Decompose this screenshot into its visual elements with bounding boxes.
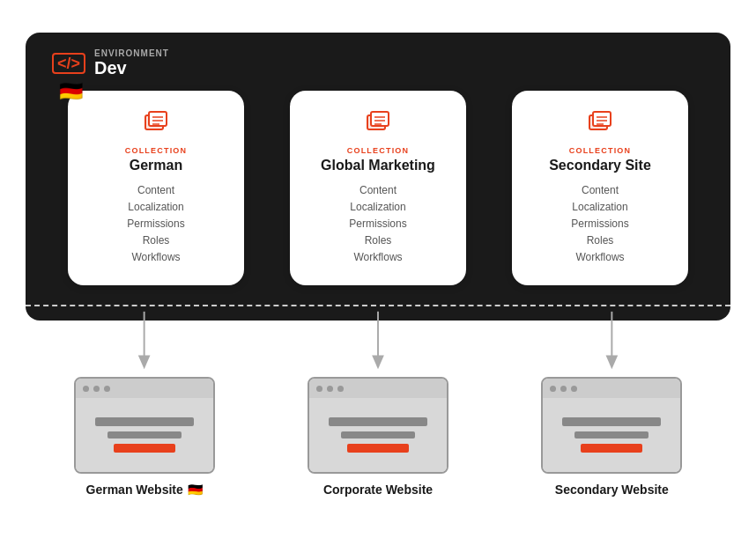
list-item: Content <box>127 182 184 199</box>
collection-card-secondary: COLLECTION Secondary Site Content Locali… <box>512 91 688 286</box>
website-col-german: German Website 🇩🇪 <box>48 377 241 497</box>
list-item: Roles <box>127 232 184 249</box>
collection-card-global: COLLECTION Global Marketing Content Loca… <box>290 91 466 286</box>
diagram-container: </> ENVIRONMENT Dev 🇩🇪 <box>17 15 739 524</box>
list-item: Permissions <box>571 216 628 232</box>
collection-name-german: German <box>130 158 182 173</box>
collection-name-secondary: Secondary Site <box>549 158 651 173</box>
collection-label-german: COLLECTION <box>125 146 188 155</box>
browser-mockup-german <box>74 377 215 474</box>
collection-items-secondary: Content Localization Permissions Roles W… <box>571 182 628 267</box>
website-label-german: German Website 🇩🇪 <box>86 483 203 497</box>
browser-dot <box>327 386 333 392</box>
code-icon: </> <box>52 53 85 74</box>
list-item: Workflows <box>349 249 406 266</box>
browser-cta-bar <box>581 444 642 453</box>
browser-content-bar <box>574 431 649 439</box>
svg-marker-21 <box>372 356 384 370</box>
browser-content-bar <box>95 417 194 426</box>
browser-content-bar <box>107 431 182 439</box>
collection-name-global: Global Marketing <box>321 158 435 173</box>
collection-label-secondary: COLLECTION <box>569 146 632 155</box>
env-label: ENVIRONMENT <box>94 48 169 58</box>
collection-icon-global <box>364 108 392 143</box>
browser-dot <box>316 386 322 392</box>
list-item: Workflows <box>571 249 628 266</box>
websites-row: German Website 🇩🇪 <box>26 377 730 497</box>
arrows-svg <box>26 306 730 377</box>
browser-mockup-secondary <box>541 377 682 474</box>
browser-dot <box>337 386 344 392</box>
german-flag: 🇩🇪 <box>59 82 83 101</box>
list-item: Roles <box>571 232 628 249</box>
browser-content-bar <box>562 417 661 426</box>
browser-dot <box>560 386 567 392</box>
browser-body <box>543 398 680 472</box>
list-item: Permissions <box>127 216 184 232</box>
list-item: Roles <box>349 232 406 249</box>
arrows-area <box>26 306 730 377</box>
german-flag-website: 🇩🇪 <box>188 483 203 497</box>
env-text-group: ENVIRONMENT Dev <box>94 48 169 78</box>
website-label-corporate: Corporate Website <box>323 483 433 497</box>
env-name: Dev <box>94 58 169 78</box>
list-item: Permissions <box>349 216 406 232</box>
browser-mockup-corporate <box>308 377 448 474</box>
browser-body <box>76 398 213 472</box>
dashed-separator <box>26 305 730 306</box>
browser-content-bar <box>329 417 427 426</box>
environment-bar: </> ENVIRONMENT Dev 🇩🇪 <box>26 33 730 321</box>
list-item: Workflows <box>127 249 184 266</box>
browser-dot <box>550 386 556 392</box>
browser-cta-bar <box>114 444 175 453</box>
collection-icon-secondary <box>586 108 614 143</box>
svg-marker-19 <box>138 356 151 370</box>
env-label-row: </> ENVIRONMENT Dev <box>52 48 704 78</box>
collection-items-global: Content Localization Permissions Roles W… <box>349 182 406 267</box>
website-col-secondary: Secondary Website <box>515 377 708 497</box>
browser-dot <box>83 386 89 392</box>
browser-dot <box>93 386 100 392</box>
browser-body <box>309 398 447 472</box>
browser-topbar <box>543 379 680 398</box>
browser-content-bar <box>341 431 415 439</box>
website-label-secondary: Secondary Website <box>555 483 669 497</box>
list-item: Localization <box>127 199 184 216</box>
collection-items-german: Content Localization Permissions Roles W… <box>127 182 184 267</box>
collection-label-global: COLLECTION <box>347 146 410 155</box>
list-item: Localization <box>571 199 628 216</box>
list-item: Localization <box>349 199 406 216</box>
browser-topbar <box>76 379 213 398</box>
list-item: Content <box>571 182 628 199</box>
diagram-wrapper: </> ENVIRONMENT Dev 🇩🇪 <box>17 15 739 515</box>
svg-marker-23 <box>606 356 619 370</box>
browser-cta-bar <box>347 444 409 453</box>
browser-topbar <box>309 379 447 398</box>
list-item: Content <box>349 182 406 199</box>
browser-dot <box>104 386 110 392</box>
browser-dot <box>571 386 577 392</box>
collection-icon-german <box>142 108 170 143</box>
collection-card-german: 🇩🇪 COLLECTION German <box>68 91 244 286</box>
collections-row: 🇩🇪 COLLECTION German <box>52 91 704 286</box>
website-col-corporate: Corporate Website <box>281 377 475 497</box>
